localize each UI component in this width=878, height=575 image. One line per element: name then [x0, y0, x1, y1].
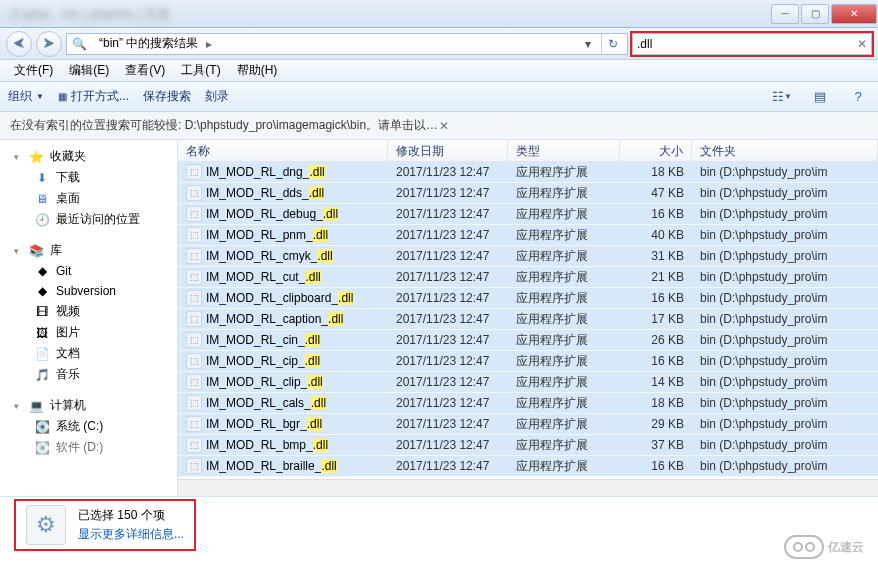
menu-bar: 文件(F) 编辑(E) 查看(V) 工具(T) 帮助(H): [0, 60, 878, 82]
help-button[interactable]: ?: [846, 85, 870, 109]
video-icon: 🎞: [34, 304, 50, 320]
dll-file-icon: ⬚: [186, 458, 202, 474]
table-row[interactable]: ⬚IM_MOD_RL_debug_.dll2017/11/23 12:47应用程…: [178, 204, 878, 225]
table-row[interactable]: ⬚IM_MOD_RL_caption_.dll2017/11/23 12:47应…: [178, 309, 878, 330]
nav-bar: ⮜ ⮞ 🔍 “bin” 中的搜索结果 ▸ ▾ ↻ ✕: [0, 28, 878, 60]
dll-file-icon: ⬚: [186, 206, 202, 222]
sidebar-item-svn[interactable]: ◆Subversion: [2, 281, 175, 301]
menu-tools[interactable]: 工具(T): [175, 60, 226, 81]
dll-file-icon: ⬚: [186, 164, 202, 180]
table-row[interactable]: ⬚IM_MOD_RL_pnm_.dll2017/11/23 12:47应用程序扩…: [178, 225, 878, 246]
open-with-button[interactable]: ▦打开方式...: [58, 88, 129, 105]
dll-file-icon: ⬚: [186, 332, 202, 348]
col-size[interactable]: 大小: [620, 140, 692, 161]
dll-file-icon: ⬚: [186, 311, 202, 327]
dll-file-icon: ⬚: [186, 374, 202, 390]
col-type[interactable]: 类型: [508, 140, 620, 161]
sidebar-item-videos[interactable]: 🎞视频: [2, 301, 175, 322]
menu-edit[interactable]: 编辑(E): [63, 60, 115, 81]
table-row[interactable]: ⬚IM_MOD_RL_cut_.dll2017/11/23 12:47应用程序扩…: [178, 267, 878, 288]
recent-icon: 🕘: [34, 212, 50, 228]
library-icon: 📚: [28, 243, 44, 259]
col-date[interactable]: 修改日期: [388, 140, 508, 161]
clear-search-icon[interactable]: ✕: [857, 37, 867, 51]
sidebar-item-recent[interactable]: 🕘最近访问的位置: [2, 209, 175, 230]
picture-icon: 🖼: [34, 325, 50, 341]
menu-help[interactable]: 帮助(H): [231, 60, 284, 81]
computer-icon: 💻: [28, 398, 44, 414]
table-row[interactable]: ⬚IM_MOD_RL_dds_.dll2017/11/23 12:47应用程序扩…: [178, 183, 878, 204]
desktop-icon: 🖥: [34, 191, 50, 207]
search-input[interactable]: [637, 37, 853, 51]
maximize-button[interactable]: ▢: [801, 4, 829, 24]
forward-button[interactable]: ⮞: [36, 31, 62, 57]
drive-icon: 💽: [34, 440, 50, 456]
table-row[interactable]: ⬚IM_MOD_RL_dng_.dll2017/11/23 12:47应用程序扩…: [178, 162, 878, 183]
chevron-right-icon: ▸: [206, 37, 212, 51]
file-list: 名称 修改日期 类型 大小 文件夹 ⬚IM_MOD_RL_dng_.dll201…: [178, 140, 878, 496]
sidebar-item-drive-d[interactable]: 💽软件 (D:): [2, 437, 175, 458]
sidebar-item-git[interactable]: ◆Git: [2, 261, 175, 281]
info-bar[interactable]: 在没有索引的位置搜索可能较慢: D:\phpstudy_pro\imagemag…: [0, 112, 878, 140]
sidebar-item-documents[interactable]: 📄文档: [2, 343, 175, 364]
file-rows: ⬚IM_MOD_RL_dng_.dll2017/11/23 12:47应用程序扩…: [178, 162, 878, 479]
document-icon: 📄: [34, 346, 50, 362]
menu-file[interactable]: 文件(F): [8, 60, 59, 81]
computer-header[interactable]: ▾💻计算机: [2, 395, 175, 416]
info-text: 在没有索引的位置搜索可能较慢: D:\phpstudy_pro\imagemag…: [10, 117, 439, 134]
table-row[interactable]: ⬚IM_MOD_RL_cmyk_.dll2017/11/23 12:47应用程序…: [178, 246, 878, 267]
watermark: 亿速云: [784, 535, 864, 559]
table-row[interactable]: ⬚IM_MOD_RL_clip_.dll2017/11/23 12:47应用程序…: [178, 372, 878, 393]
dll-file-icon: ⬚: [186, 416, 202, 432]
git-icon: ◆: [34, 263, 50, 279]
sidebar-item-desktop[interactable]: 🖥桌面: [2, 188, 175, 209]
star-icon: ⭐: [28, 149, 44, 165]
table-row[interactable]: ⬚IM_MOD_RL_cin_.dll2017/11/23 12:47应用程序扩…: [178, 330, 878, 351]
save-search-button[interactable]: 保存搜索: [143, 88, 191, 105]
refresh-button[interactable]: ↻: [601, 34, 623, 54]
breadcrumb-dropdown[interactable]: ▾: [579, 34, 597, 54]
preview-pane-button[interactable]: ▤: [808, 85, 832, 109]
dll-file-icon: ⬚: [186, 248, 202, 264]
breadcrumb-segment: “bin” 中的搜索结果: [95, 35, 202, 52]
sidebar-item-music[interactable]: 🎵音乐: [2, 364, 175, 385]
svn-icon: ◆: [34, 283, 50, 299]
table-row[interactable]: ⬚IM_MOD_RL_cals_.dll2017/11/23 12:47应用程序…: [178, 393, 878, 414]
search-box[interactable]: ✕: [632, 33, 872, 55]
title-bar: D:\php... bin | phpinfo | 百度 ─ ▢ ✕: [0, 0, 878, 28]
dll-file-icon: ⬚: [186, 353, 202, 369]
back-button[interactable]: ⮜: [6, 31, 32, 57]
horizontal-scrollbar[interactable]: [178, 479, 878, 496]
search-icon: 🔍: [71, 36, 87, 52]
dll-file-icon: ⬚: [186, 395, 202, 411]
view-options-button[interactable]: ☷ ▼: [770, 85, 794, 109]
col-name[interactable]: 名称: [178, 140, 388, 161]
info-close-icon[interactable]: ✕: [439, 119, 868, 133]
sidebar-item-drive-c[interactable]: 💽系统 (C:): [2, 416, 175, 437]
favorites-header[interactable]: ▾⭐收藏夹: [2, 146, 175, 167]
table-row[interactable]: ⬚IM_MOD_RL_braille_.dll2017/11/23 12:47应…: [178, 456, 878, 477]
sidebar-item-pictures[interactable]: 🖼图片: [2, 322, 175, 343]
dll-file-icon: ⬚: [186, 290, 202, 306]
minimize-button[interactable]: ─: [771, 4, 799, 24]
organize-button[interactable]: 组织▼: [8, 88, 44, 105]
burn-button[interactable]: 刻录: [205, 88, 229, 105]
table-row[interactable]: ⬚IM_MOD_RL_cip_.dll2017/11/23 12:47应用程序扩…: [178, 351, 878, 372]
libraries-header[interactable]: ▾📚库: [2, 240, 175, 261]
close-button[interactable]: ✕: [831, 4, 877, 24]
selection-icon: ⚙: [26, 505, 66, 545]
table-row[interactable]: ⬚IM_MOD_RL_clipboard_.dll2017/11/23 12:4…: [178, 288, 878, 309]
show-details-link[interactable]: 显示更多详细信息...: [78, 526, 184, 543]
table-row[interactable]: ⬚IM_MOD_RL_bgr_.dll2017/11/23 12:47应用程序扩…: [178, 414, 878, 435]
menu-view[interactable]: 查看(V): [119, 60, 171, 81]
drive-icon: 💽: [34, 419, 50, 435]
music-icon: 🎵: [34, 367, 50, 383]
nav-sidebar: ▾⭐收藏夹 ⬇下载 🖥桌面 🕘最近访问的位置 ▾📚库 ◆Git ◆Subvers…: [0, 140, 178, 496]
breadcrumb[interactable]: 🔍 “bin” 中的搜索结果 ▸ ▾ ↻: [66, 33, 628, 55]
sidebar-item-downloads[interactable]: ⬇下载: [2, 167, 175, 188]
table-row[interactable]: ⬚IM_MOD_RL_bmp_.dll2017/11/23 12:47应用程序扩…: [178, 435, 878, 456]
col-folder[interactable]: 文件夹: [692, 140, 878, 161]
column-headers: 名称 修改日期 类型 大小 文件夹: [178, 140, 878, 162]
dll-file-icon: ⬚: [186, 437, 202, 453]
download-icon: ⬇: [34, 170, 50, 186]
